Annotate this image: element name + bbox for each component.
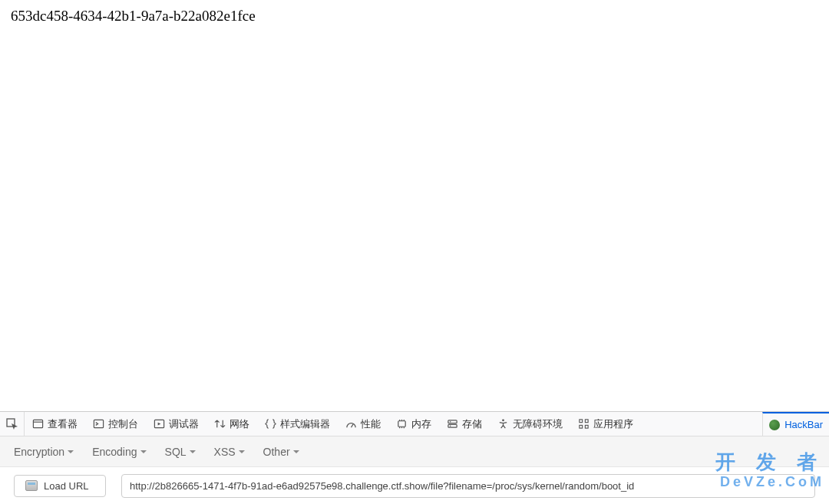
tab-label: 样式编辑器 [280,417,330,431]
dropdown-xss[interactable]: XSS [214,446,245,458]
tab-inspector[interactable]: 查看器 [25,412,85,436]
chevron-down-icon [68,450,74,453]
svg-rect-19 [585,420,588,423]
element-picker-button[interactable] [0,412,25,436]
tab-label: 存储 [462,417,482,431]
tab-style-editor[interactable]: 样式编辑器 [257,412,338,436]
tab-debugger[interactable]: 调试器 [146,412,206,436]
tab-memory[interactable]: 内存 [388,412,439,436]
performance-icon [345,418,357,430]
dropdown-sql[interactable]: SQL [165,446,196,458]
chevron-down-icon [140,450,147,453]
tab-console[interactable]: 控制台 [85,412,146,436]
dropdown-label: XSS [214,446,236,458]
dropdown-label: Encoding [92,446,137,458]
svg-rect-18 [580,420,583,423]
svg-rect-20 [580,425,583,428]
svg-line-5 [352,424,354,428]
devtools-tabs: 查看器 控制台 调试器 网络 样式编辑器 性能 内存 存储 [0,412,829,436]
tab-application[interactable]: 应用程序 [570,412,641,436]
load-url-label: Load URL [44,480,89,492]
dropdown-encoding[interactable]: Encoding [92,446,146,458]
tab-hackbar[interactable]: HackBar [762,412,829,436]
svg-point-15 [450,421,451,423]
tab-performance[interactable]: 性能 [338,412,388,436]
chevron-down-icon [239,450,245,453]
chevron-down-icon [293,450,299,453]
tab-label: HackBar [784,419,823,430]
network-icon [214,418,226,430]
tab-label: 控制台 [108,417,138,431]
svg-rect-1 [33,420,42,427]
tab-label: 内存 [411,417,431,431]
tab-label: 调试器 [169,417,199,431]
chevron-down-icon [190,450,196,453]
tab-label: 无障碍环境 [513,417,563,431]
tab-label: 性能 [361,417,381,431]
hackbar-url-row: Load URL [0,467,829,504]
tab-label: 查看器 [48,417,78,431]
accessibility-icon [497,418,509,430]
tab-storage[interactable]: 存储 [439,412,490,436]
svg-point-17 [502,419,504,421]
svg-point-16 [450,426,451,427]
url-input[interactable] [121,474,815,498]
hackbar-toolbar: Encryption Encoding SQL XSS Other [0,436,829,467]
svg-rect-13 [448,420,457,423]
tab-network[interactable]: 网络 [206,412,257,436]
dropdown-label: Other [263,446,290,458]
svg-rect-21 [585,425,588,428]
svg-rect-14 [448,424,457,427]
devtools-panel: 查看器 控制台 调试器 网络 样式编辑器 性能 内存 存储 [0,411,829,504]
tab-label: 网络 [230,417,249,431]
load-url-button[interactable]: Load URL [14,475,106,497]
dropdown-encryption[interactable]: Encryption [14,446,74,458]
tab-accessibility[interactable]: 无障碍环境 [490,412,570,436]
svg-rect-6 [398,421,405,427]
tab-label: 应用程序 [593,417,633,431]
browser-icon [25,480,38,491]
page-body-text: 653dc458-4634-42b1-9a7a-b22a082e1fce [0,0,829,399]
dropdown-label: Encryption [14,446,64,458]
element-picker-icon [6,418,18,430]
dropdown-label: SQL [165,446,187,458]
application-icon [578,418,590,430]
memory-icon [396,418,408,430]
storage-icon [447,418,458,430]
dropdown-other[interactable]: Other [263,446,299,458]
console-icon [93,418,104,430]
debugger-icon [154,418,165,430]
inspector-icon [32,418,44,430]
style-editor-icon [265,418,276,430]
hackbar-icon [769,420,780,430]
